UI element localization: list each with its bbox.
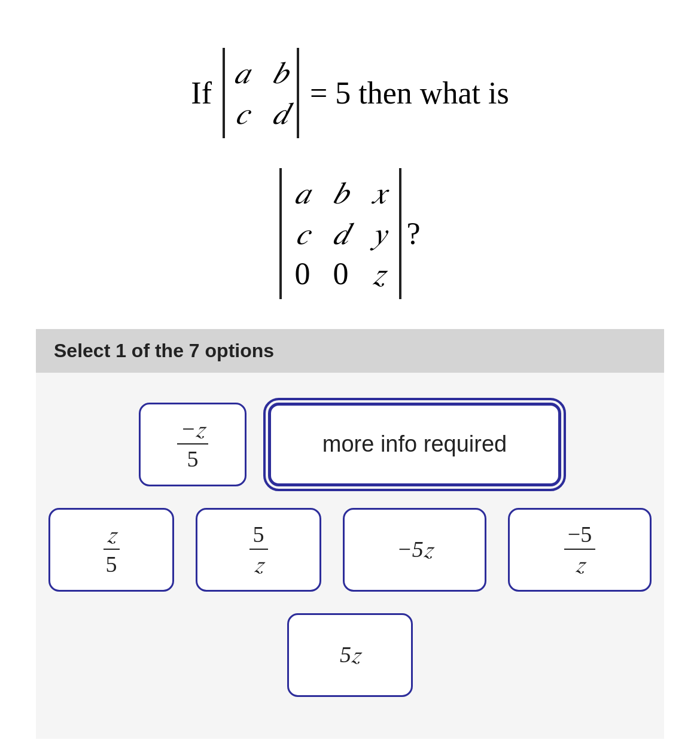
select-bar: Select 1 of the 7 options: [36, 329, 664, 373]
option-z-over-5[interactable]: 𝑧 5: [48, 508, 174, 592]
fraction-5-over-z: 5 𝑧: [249, 522, 268, 577]
det3-0a: 0: [294, 254, 311, 294]
option-more-info[interactable]: more info required: [268, 403, 561, 486]
question-mark: ?: [406, 216, 420, 251]
options-row-2: 𝑧 5 5 𝑧 −5𝑧 −5 𝑧: [48, 508, 652, 592]
det3-row2: 𝑐 𝑑 𝑦: [294, 214, 387, 254]
det2-d: 𝑑: [272, 93, 288, 134]
det3-a: 𝑎: [294, 173, 311, 214]
det2-row2: 𝑐 𝑑: [233, 93, 288, 134]
option-neg-5z-label: −5𝑧: [397, 536, 433, 563]
option-more-info-label: more info required: [322, 431, 507, 457]
option-neg-5-over-z[interactable]: −5 𝑧: [508, 508, 652, 592]
question-area: If 𝑎 𝑏 𝑐 𝑑 = 5 then what is 𝑎 𝑏 𝑥: [36, 24, 664, 329]
det3-y: 𝑦: [370, 214, 387, 254]
options-area: −𝑧 5 more info required 𝑧 5 5 𝑧: [36, 373, 664, 739]
select-suffix: of the 7 options: [126, 340, 274, 361]
option-5-over-z[interactable]: 5 𝑧: [196, 508, 321, 592]
select-prefix: Select: [54, 340, 115, 361]
option-neg-z-over-5[interactable]: −𝑧 5: [139, 403, 246, 486]
option-5z-label: 5𝑧: [340, 641, 360, 668]
main-container: If 𝑎 𝑏 𝑐 𝑑 = 5 then what is 𝑎 𝑏 𝑥: [0, 0, 700, 752]
frac-num-5: 5: [249, 522, 268, 550]
det2-a: 𝑎: [233, 53, 250, 93]
options-row-3: 5𝑧: [287, 613, 413, 697]
det3-d: 𝑑: [332, 214, 349, 254]
fraction-z-over-5: 𝑧 5: [102, 522, 121, 577]
det2-row1: 𝑎 𝑏: [233, 53, 288, 93]
fraction-neg-z-over-5: −𝑧 5: [177, 417, 209, 472]
det3-b: 𝑏: [332, 173, 349, 214]
option-5z[interactable]: 5𝑧: [287, 613, 413, 697]
option-neg-5z[interactable]: −5𝑧: [343, 508, 486, 592]
det3-z: 𝑧: [370, 254, 387, 294]
det3-row1: 𝑎 𝑏 𝑥: [294, 173, 387, 214]
frac-num-neg-5: −5: [564, 522, 595, 550]
frac-den-z: 𝑧: [251, 551, 267, 577]
frac-num-neg-z: −𝑧: [177, 417, 209, 444]
det3-c: 𝑐: [294, 214, 311, 254]
equals-text: = 5 then what is: [310, 75, 509, 111]
frac-den-5: 5: [184, 446, 202, 472]
det3-x: 𝑥: [370, 173, 387, 214]
if-label: If: [191, 75, 212, 111]
det-3x3: 𝑎 𝑏 𝑥 𝑐 𝑑 𝑦 0 0 𝑧: [279, 168, 401, 299]
options-row-1: −𝑧 5 more info required: [139, 403, 561, 486]
det-2x2: 𝑎 𝑏 𝑐 𝑑: [223, 48, 299, 138]
det3-row3: 0 0 𝑧: [294, 254, 387, 294]
det3-0b: 0: [332, 254, 349, 294]
select-bold: 1: [115, 340, 126, 361]
question-line2: 𝑎 𝑏 𝑥 𝑐 𝑑 𝑦 0 0 𝑧 ?: [279, 168, 420, 299]
fraction-neg-5-over-z: −5 𝑧: [564, 522, 595, 577]
det2-b: 𝑏: [272, 53, 288, 93]
det2-c: 𝑐: [233, 93, 250, 134]
question-line1: If 𝑎 𝑏 𝑐 𝑑 = 5 then what is: [191, 48, 509, 138]
frac-den-z2: 𝑧: [572, 551, 588, 577]
frac-num-z: 𝑧: [104, 522, 120, 550]
frac-den-5b: 5: [102, 551, 121, 577]
